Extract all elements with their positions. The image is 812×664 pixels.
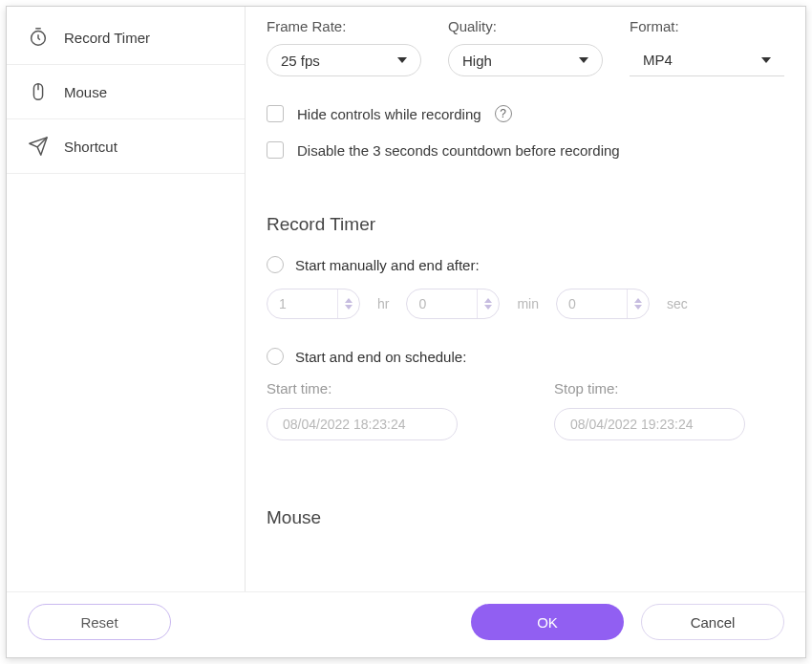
reset-button[interactable]: Reset <box>28 604 171 640</box>
hide-controls-row: Hide controls while recording ? <box>267 105 784 122</box>
hide-controls-checkbox[interactable] <box>267 105 284 122</box>
second-value: 0 <box>557 289 628 318</box>
schedule-radio-label: Start and end on schedule: <box>295 349 466 365</box>
hour-stepper[interactable]: 1 <box>267 289 360 319</box>
format-label: Format: <box>630 18 784 34</box>
hour-value: 1 <box>267 289 338 318</box>
second-arrows <box>628 289 649 318</box>
sidebar-item-label: Shortcut <box>64 139 118 155</box>
schedule-radio-row: Start and end on schedule: <box>267 348 784 365</box>
schedule-radio[interactable] <box>267 348 284 365</box>
ok-button[interactable]: OK <box>471 604 624 640</box>
body-area: Record Timer Mouse Short <box>7 7 805 591</box>
format-group: Format: MP4 <box>630 18 784 76</box>
frame-rate-select[interactable]: 25 fps <box>267 44 421 76</box>
minute-unit: min <box>517 296 539 311</box>
top-settings-row: Frame Rate: 25 fps Quality: High Format: <box>267 18 784 76</box>
sidebar-item-label: Mouse <box>64 84 107 100</box>
minute-value: 0 <box>407 289 478 318</box>
frame-rate-value: 25 fps <box>281 53 397 69</box>
help-icon[interactable]: ? <box>495 105 512 122</box>
record-timer-title: Record Timer <box>267 214 784 235</box>
sidebar-item-label: Record Timer <box>64 30 150 46</box>
disable-countdown-label: Disable the 3 seconds countdown before r… <box>297 142 620 159</box>
content-pane: Frame Rate: 25 fps Quality: High Format: <box>246 7 805 591</box>
disable-countdown-row: Disable the 3 seconds countdown before r… <box>267 141 784 159</box>
manual-radio-row: Start manually and end after: <box>267 256 784 273</box>
arrow-down-icon[interactable] <box>634 305 642 310</box>
footer: Reset OK Cancel <box>7 591 805 657</box>
arrow-up-icon[interactable] <box>634 298 642 303</box>
quality-value: High <box>462 53 579 69</box>
timer-icon <box>28 26 54 49</box>
hide-controls-label: Hide controls while recording <box>297 106 481 122</box>
second-unit: sec <box>667 296 688 311</box>
frame-rate-group: Frame Rate: 25 fps <box>267 18 421 76</box>
settings-window: Record Timer Mouse Short <box>6 6 806 658</box>
arrow-up-icon[interactable] <box>345 298 353 303</box>
format-select[interactable]: MP4 <box>630 44 784 76</box>
mouse-section-title: Mouse <box>267 507 784 528</box>
manual-radio[interactable] <box>267 256 284 273</box>
chevron-down-icon <box>761 57 771 63</box>
stop-time-col: Stop time: 08/04/2022 19:23:24 <box>554 380 784 440</box>
sidebar-item-shortcut[interactable]: Shortcut <box>7 119 245 174</box>
manual-radio-label: Start manually and end after: <box>295 257 480 273</box>
arrow-up-icon[interactable] <box>484 298 492 303</box>
hour-arrows <box>338 289 359 318</box>
format-value: MP4 <box>643 52 761 68</box>
hour-unit: hr <box>377 296 389 311</box>
disable-countdown-checkbox[interactable] <box>267 141 284 159</box>
sidebar: Record Timer Mouse Short <box>7 7 246 591</box>
arrow-down-icon[interactable] <box>484 305 492 310</box>
stop-time-label: Stop time: <box>554 380 784 396</box>
start-time-input[interactable]: 08/04/2022 18:23:24 <box>267 408 458 440</box>
cancel-button[interactable]: Cancel <box>641 604 784 640</box>
sidebar-item-mouse[interactable]: Mouse <box>7 65 245 119</box>
arrow-down-icon[interactable] <box>345 305 353 310</box>
second-stepper[interactable]: 0 <box>556 289 650 319</box>
minute-stepper[interactable]: 0 <box>406 289 500 319</box>
minute-arrows <box>478 289 499 318</box>
sidebar-item-record-timer[interactable]: Record Timer <box>7 11 245 65</box>
shortcut-icon <box>28 135 54 158</box>
quality-label: Quality: <box>448 18 603 34</box>
schedule-inputs: Start time: 08/04/2022 18:23:24 Stop tim… <box>267 380 784 440</box>
chevron-down-icon <box>397 57 407 63</box>
mouse-icon <box>28 80 54 103</box>
quality-group: Quality: High <box>448 18 603 76</box>
frame-rate-label: Frame Rate: <box>267 18 421 34</box>
start-time-label: Start time: <box>267 380 497 396</box>
duration-inputs: 1 hr 0 min 0 <box>267 289 784 319</box>
stop-time-input[interactable]: 08/04/2022 19:23:24 <box>554 408 745 440</box>
chevron-down-icon <box>579 57 588 63</box>
start-time-col: Start time: 08/04/2022 18:23:24 <box>267 380 497 440</box>
quality-select[interactable]: High <box>448 44 603 76</box>
